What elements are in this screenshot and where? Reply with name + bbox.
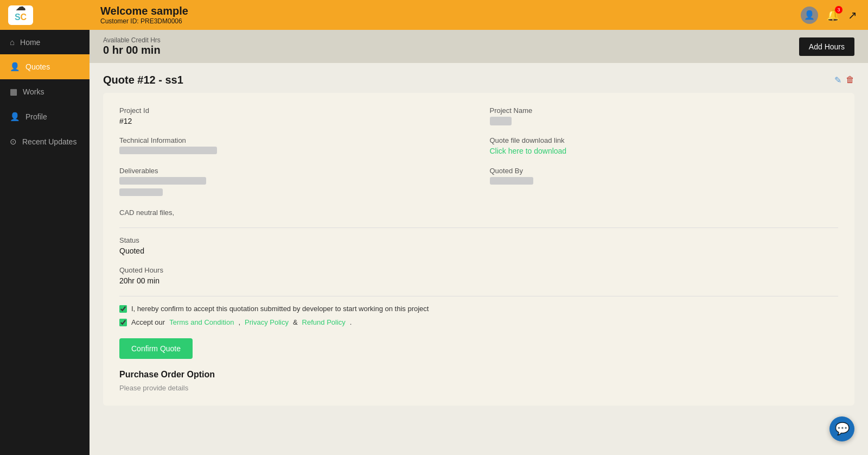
confirm-checkbox-row: I, hereby confirm to accept this quotati… [119,305,838,313]
credit-label: Available Credit Hrs [103,36,161,44]
quoted-hours-label: Quoted Hours [119,266,838,274]
cad-note: CAD neutral files, [119,208,838,217]
quoted-by-value [490,177,839,186]
divider-2 [119,296,838,296]
notification-badge: 3 [835,6,843,14]
sidebar-item-home[interactable]: ⌂ Home [0,30,90,54]
terms-prefix: Accept our [131,318,165,326]
terms-checkbox[interactable] [119,319,127,326]
project-name-label: Project Name [490,106,839,115]
divider-1 [119,228,838,228]
edit-quote-button[interactable]: ✎ [834,75,841,85]
logout-button[interactable]: ↗ [848,9,857,22]
sidebar: S C ☁ ⌂ Home 👤 Quotes ▦ Works 👤 Profile … [0,0,90,455]
terms-checkbox-row: Accept our Terms and Condition , Privacy… [119,318,838,326]
sidebar-item-quotes[interactable]: 👤 Quotes [0,54,90,79]
purchase-order-title: Purchase Order Option [119,370,838,380]
confirm-checkbox[interactable] [119,305,127,313]
project-id-field: Project Id #12 [119,106,468,125]
profile-icon: 👤 [10,112,20,122]
quote-actions: ✎ 🗑 [834,75,854,85]
chat-icon: 💬 [835,422,850,436]
main-content: Welcome sample Customer ID: PRE3DM0006 👤… [90,0,868,455]
download-link[interactable]: Click here to download [490,147,567,155]
quoted-hours-field: Quoted Hours 20hr 00 min [119,266,838,285]
terms-link[interactable]: Terms and Condition [169,318,234,326]
sidebar-item-profile-label: Profile [25,112,47,121]
logo: S C ☁ [0,0,90,30]
status-field: Status Quoted [119,236,838,255]
project-id-label: Project Id [119,106,468,115]
quote-card: Project Id #12 Project Name ss1 Technica… [103,93,854,406]
deliverables-field: Deliverables [119,167,468,198]
technical-info-value [119,147,468,156]
sidebar-item-recent-updates-label: Recent Updates [22,137,76,146]
topbar: Welcome sample Customer ID: PRE3DM0006 👤… [90,0,868,30]
technical-info-field: Technical Information [119,136,468,156]
logo-box: S C ☁ [8,5,33,25]
quote-section: Quote #12 - ss1 ✎ 🗑 Project Id #12 Proje… [90,63,868,416]
credit-info: Available Credit Hrs 0 hr 00 min [103,36,161,56]
refund-link[interactable]: Refund Policy [302,318,346,326]
quote-header: Quote #12 - ss1 ✎ 🗑 [103,74,854,86]
deliverables-label: Deliverables [119,167,468,175]
logo-c: C [21,12,27,22]
topbar-user-info: Welcome sample Customer ID: PRE3DM0006 [100,5,188,25]
chat-bubble-button[interactable]: 💬 [829,416,854,441]
project-name-value: ss1 [490,117,839,125]
terms-suffix: . [350,318,352,326]
purchase-order-section: Purchase Order Option Please provide det… [119,370,838,392]
works-icon: ▦ [10,87,17,97]
credit-value: 0 hr 00 min [103,44,161,56]
logo-s: S [15,12,21,22]
deliverables-value [119,177,468,198]
topbar-actions: 👤 🔔 3 ↗ [801,7,857,24]
status-value: Quoted [119,247,838,255]
terms-amp: & [293,318,298,326]
notifications-button[interactable]: 🔔 3 [826,9,840,22]
sidebar-item-recent-updates[interactable]: ⊙ Recent Updates [0,129,90,154]
credit-bar: Available Credit Hrs 0 hr 00 min Add Hou… [90,30,868,63]
download-link-value[interactable]: Click here to download [490,147,839,155]
project-name-field: Project Name ss1 [490,106,839,125]
project-id-value: #12 [119,117,468,125]
topbar-title: Welcome sample [100,5,188,17]
quote-details-grid: Project Id #12 Project Name ss1 Technica… [119,106,838,198]
updates-icon: ⊙ [10,137,17,147]
technical-info-label: Technical Information [119,136,468,144]
quoted-by-label: Quoted By [490,167,839,175]
privacy-link[interactable]: Privacy Policy [245,318,289,326]
download-link-label: Quote file download link [490,136,839,144]
sidebar-item-works-label: Works [23,87,44,96]
cloud-icon: ☁ [16,1,25,13]
sidebar-item-quotes-label: Quotes [25,62,50,71]
confirm-checkbox-text: I, hereby confirm to accept this quotati… [131,305,429,313]
user-avatar[interactable]: 👤 [801,7,818,24]
status-label: Status [119,236,838,244]
confirm-quote-button[interactable]: Confirm Quote [119,338,193,359]
home-icon: ⌂ [10,37,15,47]
quoted-hours-value: 20hr 00 min [119,276,838,285]
sidebar-item-home-label: Home [20,38,40,47]
purchase-order-subtitle: Please provide details [119,384,838,392]
terms-comma: , [238,318,240,326]
add-hours-button[interactable]: Add Hours [799,37,854,56]
download-link-field: Quote file download link Click here to d… [490,136,839,156]
topbar-subtitle: Customer ID: PRE3DM0006 [100,17,188,25]
sidebar-item-works[interactable]: ▦ Works [0,79,90,104]
quoted-by-field: Quoted By [490,167,839,198]
quote-title: Quote #12 - ss1 [103,74,183,86]
sidebar-item-profile[interactable]: 👤 Profile [0,104,90,129]
delete-quote-button[interactable]: 🗑 [846,75,854,85]
page-content: Available Credit Hrs 0 hr 00 min Add Hou… [90,30,868,455]
quotes-icon: 👤 [10,62,20,72]
